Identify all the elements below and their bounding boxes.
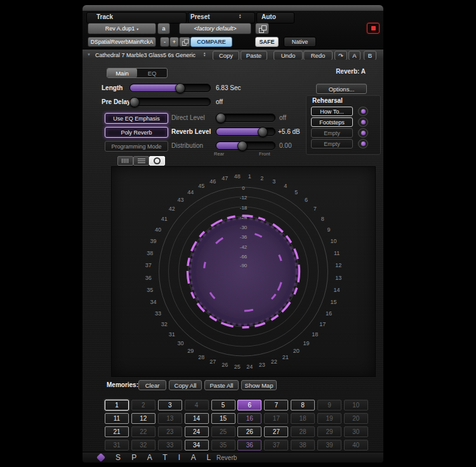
distribution-slider[interactable] xyxy=(216,141,275,150)
memory-cell-32[interactable]: 32 xyxy=(131,440,155,451)
settings-menu-button[interactable] xyxy=(179,37,190,47)
pre-delay-value[interactable]: off xyxy=(216,98,223,105)
length-value[interactable]: 6.83 Sec xyxy=(216,84,241,91)
memory-cell-37[interactable]: 37 xyxy=(264,440,288,451)
slider-knob[interactable] xyxy=(129,97,140,107)
view-mode-circle-button[interactable] xyxy=(149,156,165,166)
redo-arrow-button[interactable]: ↷ xyxy=(334,51,347,60)
memory-cell-3[interactable]: 3 xyxy=(158,400,182,411)
memory-cell-14[interactable]: 14 xyxy=(185,413,209,424)
direct-level-slider[interactable] xyxy=(216,114,275,122)
copy-button[interactable]: Copy xyxy=(213,51,239,60)
rehearsal-slot-3[interactable]: Empty xyxy=(311,128,353,138)
preset-copy-button[interactable] xyxy=(255,23,269,34)
preset-selector[interactable]: <factory default> xyxy=(179,23,251,34)
track-letter-button[interactable]: a xyxy=(157,23,170,34)
tab-main[interactable]: Main xyxy=(107,69,137,77)
memory-cell-26[interactable]: 26 xyxy=(237,426,261,437)
plugin-selector[interactable]: DSpatialReverbMainRckA xyxy=(88,37,156,47)
use-eq-emphasis-button[interactable]: Use EQ Emphasis xyxy=(105,113,168,124)
distribution-value[interactable]: 0.00 xyxy=(279,142,291,149)
memory-cell-25[interactable]: 25 xyxy=(211,426,235,437)
preset-decrement-button[interactable]: - xyxy=(160,37,169,47)
memory-cell-12[interactable]: 12 xyxy=(131,413,155,424)
memory-cell-28[interactable]: 28 xyxy=(291,426,315,437)
rehearsal-slot-4[interactable]: Empty xyxy=(311,139,353,148)
reverb-level-slider[interactable] xyxy=(216,128,275,136)
memory-cell-21[interactable]: 21 xyxy=(105,426,129,437)
rehearsal-slot-2[interactable]: Footsteps xyxy=(311,117,353,127)
preset-title[interactable]: Cathedral 7 Marble3 Glass5 6s Generic xyxy=(95,52,195,58)
memory-cell-34[interactable]: 34 xyxy=(185,440,209,451)
audition-speaker-icon[interactable] xyxy=(358,117,368,127)
memory-cell-1[interactable]: 1 xyxy=(105,400,129,411)
clear-button[interactable]: Clear xyxy=(138,380,166,390)
memory-cell-5[interactable]: 5 xyxy=(211,400,235,411)
preset-updown-icon[interactable]: ▲ ▼ xyxy=(239,14,241,19)
rehearsal-slot-1[interactable]: How To... xyxy=(311,107,353,116)
memory-cell-31[interactable]: 31 xyxy=(105,440,129,451)
memory-cell-24[interactable]: 24 xyxy=(185,426,209,437)
safe-button[interactable]: SAFE xyxy=(255,37,279,47)
reverb-distribution-map[interactable]: 0-12-18-24-30-36-42-66-90123456789101112… xyxy=(112,167,375,376)
poly-reverb-button[interactable]: Poly Reverb xyxy=(105,127,168,138)
reverb-level-value[interactable]: +5.6 dB xyxy=(278,128,300,135)
paste-button[interactable]: Paste xyxy=(241,51,267,60)
memory-cell-18[interactable]: 18 xyxy=(291,413,315,424)
memory-cell-8[interactable]: 8 xyxy=(291,400,315,411)
memory-cell-29[interactable]: 29 xyxy=(317,426,341,437)
memory-cell-13[interactable]: 13 xyxy=(158,413,182,424)
plugin-menu-arrow-icon[interactable]: ▼ xyxy=(87,53,91,56)
view-mode-lines-button[interactable] xyxy=(133,156,149,166)
pre-delay-slider[interactable] xyxy=(129,98,211,106)
slider-knob[interactable] xyxy=(216,113,226,123)
slider-knob[interactable] xyxy=(237,141,248,151)
memory-cell-33[interactable]: 33 xyxy=(158,440,182,451)
setting-b-button[interactable]: B xyxy=(364,51,376,60)
direct-level-value[interactable]: off xyxy=(279,114,286,121)
memory-cell-15[interactable]: 15 xyxy=(211,413,235,424)
native-processing-button[interactable]: Native xyxy=(284,37,316,47)
preset-increment-button[interactable]: + xyxy=(169,37,179,47)
preset-spinner-icon[interactable]: ▲ ▼ xyxy=(203,52,206,57)
memory-cell-16[interactable]: 16 xyxy=(237,413,261,424)
options-button[interactable]: Options... xyxy=(316,84,367,94)
length-slider[interactable] xyxy=(129,84,211,92)
audition-speaker-icon[interactable] xyxy=(358,107,368,116)
view-mode-bars-button[interactable] xyxy=(117,156,133,166)
setting-a-button[interactable]: A xyxy=(348,51,360,60)
memory-cell-2[interactable]: 2 xyxy=(131,400,155,411)
memory-cell-7[interactable]: 7 xyxy=(264,400,288,411)
memory-cell-36[interactable]: 36 xyxy=(237,440,261,451)
show-map-button[interactable]: Show Map xyxy=(241,380,277,390)
audition-speaker-icon[interactable] xyxy=(358,128,368,138)
slider-knob[interactable] xyxy=(258,127,268,137)
memory-cell-17[interactable]: 17 xyxy=(264,413,288,424)
paste-all-button[interactable]: Paste All xyxy=(204,380,239,390)
memory-cell-39[interactable]: 39 xyxy=(317,440,341,451)
memory-cell-38[interactable]: 38 xyxy=(291,440,315,451)
compare-button[interactable]: COMPARE xyxy=(190,37,232,47)
undo-button[interactable]: Undo xyxy=(274,51,303,60)
track-selector[interactable]: Rev A.dup1 ▾ xyxy=(88,23,156,34)
redo-button[interactable]: Redo xyxy=(303,51,333,60)
memory-cell-22[interactable]: 22 xyxy=(131,426,155,437)
memory-cell-23[interactable]: 23 xyxy=(158,426,182,437)
memory-cell-20[interactable]: 20 xyxy=(344,413,368,424)
memory-cell-35[interactable]: 35 xyxy=(211,440,235,451)
memory-cell-30[interactable]: 30 xyxy=(344,426,368,437)
memory-cell-9[interactable]: 9 xyxy=(317,400,341,411)
slider-knob[interactable] xyxy=(175,83,185,93)
memory-cell-4[interactable]: 4 xyxy=(185,400,209,411)
memory-cell-40[interactable]: 40 xyxy=(344,440,368,451)
audition-speaker-icon[interactable] xyxy=(358,139,368,148)
copy-all-button[interactable]: Copy All xyxy=(169,380,202,390)
window-titlebar[interactable] xyxy=(83,5,383,11)
memory-cell-6[interactable]: 6 xyxy=(237,400,261,411)
tab-eq[interactable]: EQ xyxy=(137,69,167,77)
memory-cell-10[interactable]: 10 xyxy=(344,400,368,411)
record-enable-button[interactable] xyxy=(367,23,380,34)
memory-cell-27[interactable]: 27 xyxy=(264,426,288,437)
memory-cell-11[interactable]: 11 xyxy=(105,413,129,424)
programming-mode-button[interactable]: Programming Mode xyxy=(105,141,168,152)
